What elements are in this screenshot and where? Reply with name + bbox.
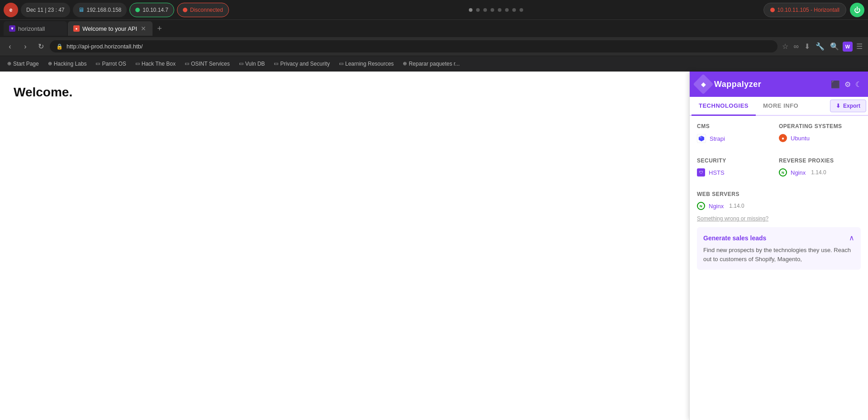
wappalyzer-panel: ◆ Wappalyzer ⬛ ⚙ ☾ TECHNOLOGIES MORE INF… <box>689 72 868 420</box>
bookmark-reparar[interactable]: ⊕ Reparar paquetes r... <box>399 59 463 68</box>
privacy-icon: ▭ <box>274 61 278 67</box>
web-servers-title: Web servers <box>697 191 861 197</box>
tab-label-welcome: Welcome to your API <box>82 25 137 32</box>
reverse-proxies-title: Reverse proxies <box>779 158 861 164</box>
security-column: Security 🛡 HSTS <box>697 158 779 182</box>
cms-title: CMS <box>697 123 779 129</box>
reading-mode-icon[interactable]: ∞ <box>792 41 801 52</box>
bookmark-vuln-db[interactable]: ▭ Vuln DB <box>235 59 269 68</box>
sys-right: 10.10.11.105 - Horizontall ⏻ <box>763 3 864 17</box>
download-icon[interactable]: ⬇ <box>802 40 812 52</box>
bookmark-parrot-os[interactable]: ▭ Parrot OS <box>92 59 129 68</box>
tab-more-info[interactable]: MORE INFO <box>756 97 806 116</box>
ubuntu-item: ● Ubuntu <box>779 134 861 142</box>
new-tab-button[interactable]: + <box>153 24 166 33</box>
hsts-link[interactable]: HSTS <box>709 169 725 176</box>
dot-2 <box>476 8 480 12</box>
vpn-ip-button[interactable]: 10.10.14.7 <box>129 3 174 17</box>
tab-icon-welcome: ● <box>73 25 80 32</box>
toggle-icon[interactable]: ⬛ <box>831 80 840 89</box>
forward-button[interactable]: › <box>19 40 32 53</box>
tab-label-horizontall: horizontall <box>18 25 45 32</box>
menu-icon[interactable]: ☰ <box>854 40 864 52</box>
ubuntu-logo-icon: ● <box>779 134 787 142</box>
tab-horizontall[interactable]: ▼ horizontall <box>4 21 67 36</box>
wappalyzer-header-icons: ⬛ ⚙ ☾ <box>831 80 862 89</box>
cms-column: CMS Strapi <box>697 123 779 148</box>
disconnected-dot <box>183 8 187 12</box>
bookmark-star-icon[interactable]: ☆ <box>780 40 790 52</box>
datetime-button[interactable]: Dec 11 | 23 : 47 <box>21 3 70 17</box>
something-wrong-link[interactable]: Something wrong or missing? <box>697 215 861 222</box>
start-page-icon: ⊕ <box>7 61 11 67</box>
ubuntu-link[interactable]: Ubuntu <box>791 135 810 142</box>
bookmark-learning-resources[interactable]: ▭ Learning Resources <box>335 59 397 68</box>
htb-dot <box>770 8 775 12</box>
dot-6 <box>505 8 509 12</box>
dot-3 <box>483 8 487 12</box>
wappalyzer-logo: ◆ Wappalyzer <box>696 77 826 91</box>
tools-icon[interactable]: 🔧 <box>814 40 826 52</box>
strapi-item: Strapi <box>697 134 779 143</box>
wappalyzer-name: Wappalyzer <box>714 80 761 89</box>
address-actions: ☆ ∞ ⬇ 🔧 🔍 W ☰ <box>780 40 864 52</box>
security-shield-icon: 🔒 <box>56 43 63 50</box>
learning-icon: ▭ <box>339 61 343 67</box>
back-button[interactable]: ‹ <box>4 40 16 53</box>
wappalyzer-extension-icon[interactable]: W <box>843 42 853 52</box>
wappalyzer-tabs: TECHNOLOGIES MORE INFO ⬇ Export <box>690 97 868 116</box>
sales-leads-title: Generate sales leads <box>703 234 766 242</box>
bookmark-hacking-labs[interactable]: ⊕ Hacking Labs <box>44 59 91 68</box>
export-button[interactable]: ⬇ Export <box>830 100 866 112</box>
inspect-icon[interactable]: 🔍 <box>828 40 841 52</box>
dot-7 <box>512 8 516 12</box>
htb-target-button[interactable]: 10.10.11.105 - Horizontall <box>763 3 846 17</box>
tab-welcome[interactable]: ● Welcome to your API ✕ <box>68 21 153 36</box>
reload-button[interactable]: ↻ <box>34 40 47 53</box>
power-icon: ⏻ <box>854 6 860 14</box>
tab-close-welcome[interactable]: ✕ <box>140 25 147 32</box>
strapi-link[interactable]: Strapi <box>710 135 725 142</box>
nginx-web-link[interactable]: Nginx <box>709 203 724 210</box>
sales-leads-text: Find new prospects by the technologies t… <box>703 246 854 263</box>
nginx-reverse-link[interactable]: Nginx <box>791 169 806 176</box>
strapi-logo-icon <box>697 134 706 143</box>
web-servers-section: Web servers N Nginx 1.14.0 <box>697 191 861 210</box>
power-button[interactable]: ⏻ <box>850 3 864 17</box>
reparar-icon: ⊕ <box>403 61 407 67</box>
url-bar[interactable]: 🔒 http://api-prod.horizontall.htb/ <box>50 40 777 52</box>
bookmark-privacy-security[interactable]: ▭ Privacy and Security <box>270 59 333 68</box>
wappalyzer-header: ◆ Wappalyzer ⬛ ⚙ ☾ <box>690 72 868 97</box>
os-column: Operating systems ● Ubuntu <box>779 123 861 148</box>
local-ip-button[interactable]: 🖥 192.168.0.158 <box>73 3 127 17</box>
wappalyzer-diamond-icon: ◆ <box>693 74 713 94</box>
sales-leads-header: Generate sales leads ∧ <box>703 234 854 242</box>
tech-grid-row1: CMS Strapi Operating systems <box>697 123 861 148</box>
nginx-reverse-logo-icon: N <box>779 168 787 177</box>
bookmark-hack-the-box[interactable]: ▭ Hack The Box <box>132 59 179 68</box>
tech-grid-row2: Security 🛡 HSTS Reverse proxies N <box>697 158 861 182</box>
reverse-proxies-column: Reverse proxies N Nginx 1.14.0 <box>779 158 861 182</box>
hacking-labs-icon: ⊕ <box>48 61 52 67</box>
dot-1 <box>469 8 472 12</box>
settings-icon[interactable]: ⚙ <box>844 80 851 89</box>
page-content: Welcome. <box>0 72 689 420</box>
tab-bar: ▼ horizontall ● Welcome to your API ✕ + <box>0 20 868 37</box>
dot-group <box>232 8 761 12</box>
hack-the-box-icon: ▭ <box>135 61 140 67</box>
tab-technologies[interactable]: TECHNOLOGIES <box>692 97 756 116</box>
dot-8 <box>520 8 523 12</box>
osint-icon: ▭ <box>185 61 189 67</box>
bookmark-osint-services[interactable]: ▭ OSINT Services <box>181 59 234 68</box>
vpn-green-dot <box>135 8 140 12</box>
hsts-item: 🛡 HSTS <box>697 168 779 177</box>
page-wrapper: Welcome. ◆ Wappalyzer ⬛ ⚙ ☾ TECHNOLOGIES… <box>0 72 868 420</box>
security-title: Security <box>697 158 779 164</box>
disconnected-button[interactable]: Disconnected <box>177 3 229 17</box>
os-title: Operating systems <box>779 123 861 129</box>
bookmark-start-page[interactable]: ⊕ Start Page <box>4 59 43 68</box>
e-button[interactable]: e <box>4 3 18 17</box>
nginx-reverse-version: 1.14.0 <box>811 169 826 176</box>
moon-icon[interactable]: ☾ <box>855 80 862 89</box>
sales-leads-collapse-icon[interactable]: ∧ <box>849 234 854 242</box>
